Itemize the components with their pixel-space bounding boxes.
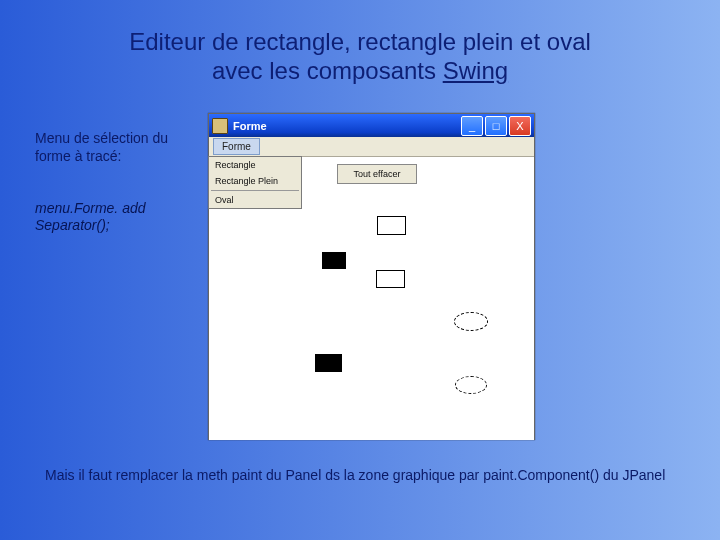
- clear-button[interactable]: Tout effacer: [337, 164, 417, 184]
- title-line2a: avec les composants: [212, 57, 443, 84]
- close-button[interactable]: X: [509, 116, 531, 136]
- title-line1: Editeur de rectangle, rectangle plein et…: [129, 28, 591, 55]
- shape-rect-outline-1: [377, 216, 406, 235]
- code-line2: Separator();: [35, 217, 110, 233]
- menubar: Forme: [209, 137, 534, 157]
- app-window: Forme _ □ X Forme Tout effacer Rectangle…: [208, 113, 535, 440]
- drawing-canvas[interactable]: Tout effacer Rectangle Rectangle Plein O…: [209, 157, 534, 440]
- shape-oval-dashed-1: [454, 312, 488, 331]
- shape-rect-outline-2: [376, 270, 405, 288]
- shape-oval-dashed-2: [455, 376, 487, 394]
- footer-note: Mais il faut remplacer la meth paint du …: [45, 466, 685, 484]
- window-title: Forme: [233, 120, 459, 132]
- dropdown-separator: [211, 190, 299, 191]
- slide-title: Editeur de rectangle, rectangle plein et…: [0, 28, 720, 86]
- minimize-button[interactable]: _: [461, 116, 483, 136]
- caption-menu: Menu de sélection du forme à tracé:: [35, 130, 195, 165]
- app-icon: [212, 118, 228, 134]
- menu-forme[interactable]: Forme: [213, 138, 260, 155]
- code-line1: menu.Forme. add: [35, 200, 146, 216]
- maximize-button[interactable]: □: [485, 116, 507, 136]
- dropdown-item-rectangle-plein[interactable]: Rectangle Plein: [209, 173, 301, 189]
- titlebar: Forme _ □ X: [209, 114, 534, 137]
- shape-dropdown: Rectangle Rectangle Plein Oval: [208, 156, 302, 209]
- dropdown-item-oval[interactable]: Oval: [209, 192, 301, 208]
- title-swing: Swing: [443, 57, 508, 84]
- caption-code: menu.Forme. add Separator();: [35, 200, 205, 234]
- dropdown-item-rectangle[interactable]: Rectangle: [209, 157, 301, 173]
- shape-rect-filled-1: [322, 252, 346, 269]
- shape-rect-filled-2: [315, 354, 342, 372]
